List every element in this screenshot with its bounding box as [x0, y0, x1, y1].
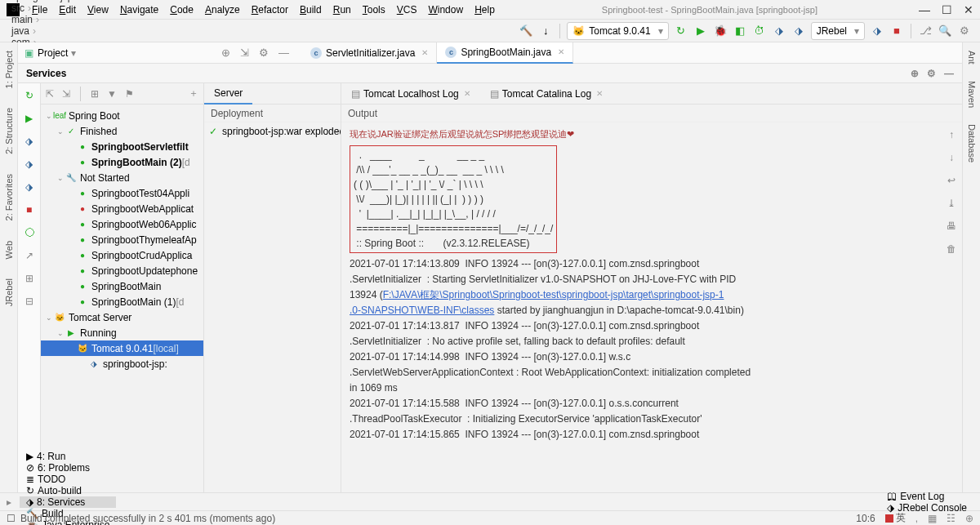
bottom-tool-8-services[interactable]: ⬗8: Services — [20, 496, 116, 508]
menu-build[interactable]: Build — [294, 4, 327, 16]
rail-database[interactable]: Database — [967, 124, 977, 162]
debug-icon[interactable]: 🐞 — [713, 24, 728, 38]
collapse-icon[interactable]: ⇲ — [240, 47, 249, 59]
menu-run[interactable]: Run — [327, 4, 357, 16]
vcs-icon[interactable]: ⎇ — [918, 24, 933, 38]
profile-icon[interactable]: ⏱ — [752, 24, 767, 38]
tree-node[interactable]: ●SpringbootUpdatephone — [41, 263, 203, 278]
crumb-2[interactable]: src — [8, 2, 102, 14]
deploy-artifact[interactable]: ✓ springboot-jsp:war exploded — [204, 122, 341, 140]
tree-node[interactable]: ●SpringBootMain (1) [d — [41, 294, 203, 309]
crumb-4[interactable]: java — [8, 25, 102, 37]
svc-rerun-icon[interactable]: ↻ — [22, 88, 37, 103]
subtab-close-icon[interactable]: ✕ — [464, 89, 470, 98]
menu-tools[interactable]: Tools — [357, 4, 391, 16]
ime-indicator[interactable]: 英 — [885, 511, 906, 525]
print-icon[interactable]: 🖶 — [944, 219, 959, 234]
rail-structure[interactable]: 2: Structure — [4, 103, 14, 159]
svc-jr3-icon[interactable]: ⬗ — [22, 180, 37, 194]
status-ind-2[interactable]: ▦ — [928, 513, 937, 524]
tree-node[interactable]: ⌄leafSpring Boot — [41, 108, 203, 123]
tree-node[interactable]: ●SpringbootThymeleafAp — [41, 232, 203, 247]
scroll-end-icon[interactable]: ⤓ — [944, 196, 959, 211]
jrebel-selector[interactable]: JRebel — [811, 22, 865, 40]
status-ind-3[interactable]: ☷ — [947, 513, 956, 524]
rail-ant[interactable]: Ant — [967, 51, 977, 65]
subtab-server[interactable]: Server — [204, 83, 252, 105]
gear-icon[interactable]: ⚙ — [259, 47, 269, 59]
maximize-icon[interactable]: ☐ — [942, 3, 952, 16]
svc-more1-icon[interactable]: ⊞ — [22, 271, 37, 286]
svc-deploy-icon[interactable]: 🞅 — [22, 225, 37, 240]
search-icon[interactable]: 🔍 — [938, 24, 952, 38]
hide-icon[interactable]: — — [278, 47, 289, 59]
hammer-icon[interactable]: 🔨 — [519, 24, 533, 38]
rail-web[interactable]: Web — [4, 236, 14, 264]
bottom-tool-6-problems[interactable]: ⊘6: Problems — [20, 462, 116, 474]
add-icon[interactable]: ＋ — [189, 87, 198, 100]
settings-icon[interactable]: ⚙ — [957, 24, 972, 38]
tree-node[interactable]: ●SpringbootWebApplicat — [41, 201, 203, 216]
soft-wrap-icon[interactable]: ↩ — [944, 173, 959, 188]
tree-node[interactable]: ⌄▶Running — [41, 325, 203, 340]
tree-node[interactable]: ●SpringbootTest04Appli — [41, 185, 203, 201]
services-gear-icon[interactable]: ⚙ — [927, 68, 936, 79]
tag-icon[interactable]: ⚑ — [125, 88, 134, 100]
console-output[interactable]: 现在说JAR验证绑定然后观望说就怎SP绑把愁观望说迪❤ . ____ _ __ … — [341, 122, 962, 492]
rail-project[interactable]: 1: Project — [4, 46, 14, 93]
caret-position[interactable]: 10:6 — [856, 513, 875, 524]
scroll-up-icon[interactable]: ↑ — [944, 127, 959, 142]
run-icon[interactable]: ▶ — [693, 24, 708, 38]
rerun-icon[interactable]: ↻ — [674, 24, 688, 38]
path-link-2[interactable]: .0-SNAPSHOT\WEB-INF\classes — [350, 305, 494, 316]
services-locate-icon[interactable]: ⊕ — [911, 68, 919, 79]
scroll-down-icon[interactable]: ↓ — [944, 150, 959, 165]
jrebel-debug-icon[interactable]: ⬗ — [791, 24, 806, 38]
bottom-tool-4-run[interactable]: ▶4: Run — [20, 451, 116, 462]
menu-vcs[interactable]: VCS — [391, 4, 423, 16]
rail-favorites[interactable]: 2: Favorites — [4, 169, 14, 225]
tree-node[interactable]: ⬗springboot-jsp: — [41, 356, 203, 372]
tree-node[interactable]: ●SpringbootServletfilt — [41, 139, 203, 154]
tab-close-icon[interactable]: ✕ — [558, 47, 564, 56]
subtab-close-icon[interactable]: ✕ — [596, 89, 603, 98]
tree-node[interactable]: ⌄✓Finished — [41, 123, 203, 139]
status-ind-1[interactable]: , — [915, 513, 918, 524]
menu-navigate[interactable]: Navigate — [114, 4, 164, 16]
menu-code[interactable]: Code — [164, 4, 199, 16]
locate-icon[interactable]: ⊕ — [221, 47, 230, 59]
services-hide-icon[interactable]: — — [944, 68, 954, 79]
minimize-icon[interactable]: — — [919, 3, 930, 16]
svc-jr1-icon[interactable]: ⬗ — [22, 134, 37, 149]
tab-close-icon[interactable]: ✕ — [421, 48, 428, 57]
menu-refactor[interactable]: Refactor — [246, 4, 294, 16]
bottom-tool-auto-build[interactable]: ↻Auto-build — [20, 485, 116, 496]
tree-node[interactable]: ⌄🔧Not Started — [41, 170, 203, 185]
rail-maven[interactable]: Maven — [967, 81, 977, 108]
tool-window-icon[interactable]: ▸ — [7, 496, 11, 508]
svc-stop-icon[interactable]: ■ — [22, 202, 37, 217]
expand-all-icon[interactable]: ⇱ — [46, 88, 54, 100]
subtab-tomcat-catalina-log[interactable]: ▤Tomcat Catalina Log✕ — [480, 83, 612, 105]
subtab-tomcat-localhost-log[interactable]: ▤Tomcat Localhost Log✕ — [341, 83, 480, 105]
tree-node[interactable]: ●SpringbootCrudApplica — [41, 247, 203, 263]
bottom-tool-todo[interactable]: ≣TODO — [20, 474, 116, 485]
project-view-selector[interactable]: Project — [38, 47, 76, 59]
svc-more2-icon[interactable]: ⊟ — [22, 294, 37, 309]
editor-tab[interactable]: cServletInitializer.java✕ — [302, 42, 437, 64]
path-link[interactable]: F:\JAVA\框架\Springboot\Springboot-test\sp… — [383, 289, 724, 300]
tree-node[interactable]: ●SpringbootWeb06Applic — [41, 216, 203, 232]
group-icon[interactable]: ⊞ — [91, 88, 99, 100]
stop-icon[interactable]: ■ — [889, 24, 904, 38]
tree-node[interactable]: ⌄🐱Tomcat Server — [41, 309, 203, 325]
menu-window[interactable]: Window — [422, 4, 469, 16]
rail-jrebel[interactable]: JRebel — [4, 274, 14, 311]
svc-run-icon[interactable]: ▶ — [22, 111, 37, 126]
status-ind-4[interactable]: ⊕ — [965, 513, 973, 524]
svc-open-icon[interactable]: ↗ — [22, 248, 37, 263]
jrebel-icon[interactable]: ⬗ — [870, 24, 884, 38]
down-arrow-icon[interactable]: ↓ — [538, 24, 553, 38]
crumb-3[interactable]: main — [8, 14, 102, 25]
jrebel-run-icon[interactable]: ⬗ — [772, 24, 786, 38]
tree-node[interactable]: ●SpringBootMain — [41, 278, 203, 294]
